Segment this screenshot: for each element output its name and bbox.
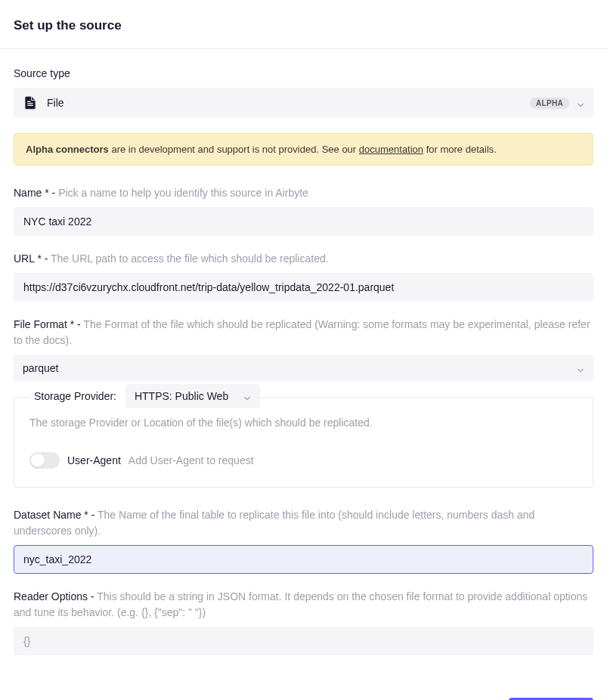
chevron-down-icon (577, 364, 584, 372)
form-footer: Set up source (0, 684, 607, 700)
dataset-name-field: Dataset Name * - The Name of the final t… (14, 507, 593, 574)
user-agent-hint: Add User-Agent to request (129, 454, 254, 466)
page-header: Set up the source (0, 0, 607, 49)
alpha-banner-text1: are in development and support is not pr… (109, 144, 359, 155)
file-format-value: parquet (23, 362, 58, 374)
name-label: Name * - Pick a name to help you identif… (14, 185, 593, 201)
url-label: URL * - The URL path to access the file … (14, 251, 593, 267)
toggle-knob (31, 454, 45, 467)
file-format-label: File Format * - The Format of the file w… (14, 317, 593, 348)
chevron-down-icon (243, 392, 251, 400)
form-content: Source type File ALPHA Alpha connectors … (0, 49, 607, 684)
name-input[interactable] (14, 207, 593, 236)
submit-button[interactable]: Set up source (509, 698, 593, 700)
page-title: Set up the source (14, 18, 593, 33)
reader-options-input[interactable] (14, 627, 593, 655)
alpha-badge: ALPHA (530, 98, 569, 109)
storage-provider-select[interactable]: HTTPS: Public Web (125, 384, 260, 408)
documentation-link[interactable]: documentation (359, 144, 423, 155)
alpha-banner: Alpha connectors are in development and … (14, 133, 593, 166)
reader-options-field: Reader Options - This should be a string… (14, 589, 593, 655)
dataset-name-label: Dataset Name * - The Name of the final t… (14, 507, 593, 539)
storage-provider-fieldset: Storage Provider: HTTPS: Public Web The … (14, 397, 593, 488)
user-agent-row: User-Agent Add User-Agent to request (29, 452, 578, 469)
file-icon (23, 95, 38, 110)
source-type-label: Source type (14, 66, 593, 82)
storage-provider-value: HTTPS: Public Web (135, 390, 228, 402)
alpha-banner-text2: for more details. (423, 144, 497, 155)
file-format-field: File Format * - The Format of the file w… (14, 317, 593, 382)
reader-options-label: Reader Options - This should be a string… (14, 589, 593, 621)
alpha-banner-strong: Alpha connectors (26, 144, 109, 155)
storage-provider-label: Storage Provider: (29, 390, 116, 402)
user-agent-label: User-Agent (67, 454, 121, 466)
url-field: URL * - The URL path to access the file … (14, 251, 593, 302)
user-agent-toggle[interactable] (29, 452, 60, 469)
url-input[interactable] (14, 273, 593, 302)
source-type-value: File (47, 97, 530, 109)
storage-provider-desc: The storage Provider or Location of the … (29, 416, 578, 431)
storage-provider-legend: Storage Provider: HTTPS: Public Web (29, 384, 260, 408)
source-type-select[interactable]: File ALPHA (14, 88, 593, 118)
chevron-down-icon (577, 99, 584, 107)
file-format-select[interactable]: parquet (14, 355, 593, 382)
name-field: Name * - Pick a name to help you identif… (14, 185, 593, 236)
source-type-field: Source type File ALPHA (14, 66, 593, 118)
dataset-name-input[interactable] (14, 545, 593, 574)
